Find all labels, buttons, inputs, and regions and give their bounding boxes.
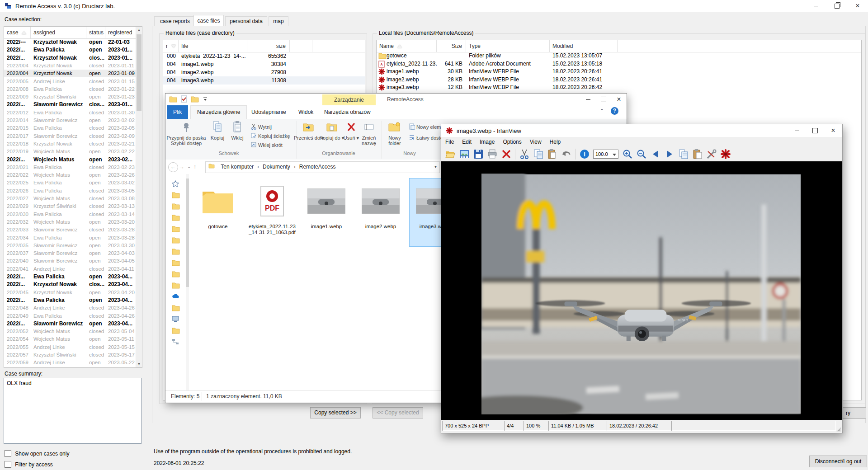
col-type[interactable]: Type bbox=[466, 40, 550, 52]
menu-help[interactable]: Help bbox=[546, 137, 565, 147]
col-registered[interactable]: registered bbox=[105, 27, 136, 38]
new-folder-label-1[interactable]: Nowy bbox=[384, 135, 405, 141]
tab-map[interactable]: map bbox=[269, 16, 288, 26]
info-icon[interactable]: i bbox=[579, 149, 590, 160]
copy-to-icon[interactable] bbox=[326, 122, 338, 132]
paste-clip-icon[interactable] bbox=[692, 149, 703, 160]
menu-edit[interactable]: Edit bbox=[458, 137, 476, 147]
file-item-image2-webp[interactable]: image2.webp bbox=[355, 179, 406, 246]
folder-icon[interactable] bbox=[169, 96, 177, 103]
rename-label-1[interactable]: Zmień bbox=[359, 135, 379, 141]
scroll-up-icon[interactable]: ▲ bbox=[136, 27, 142, 33]
case-row[interactable]: 2022/022Wojciech Matusopen2023-02-26 bbox=[4, 171, 136, 179]
copy-to-remote-button[interactable]: << Copy selected bbox=[373, 407, 423, 418]
file-item-gotowce[interactable]: gotowce bbox=[193, 179, 243, 246]
delete-icon[interactable] bbox=[346, 122, 356, 132]
tab-narzedzia-obrazow[interactable]: Narzędzia obrazów bbox=[318, 105, 377, 119]
col-size[interactable]: size bbox=[247, 40, 290, 52]
col-file[interactable]: file bbox=[179, 40, 247, 52]
tab-widok[interactable]: Widok bbox=[292, 105, 320, 119]
case-row[interactable]: 2022/045Krzysztof Nowakopen2023-04-20 bbox=[4, 289, 136, 296]
remote-file-row[interactable]: 004image1.webp30384 bbox=[163, 60, 365, 68]
case-row[interactable]: 2022/...Wojciech Matusopen2023-02... bbox=[4, 156, 136, 164]
new-folder-label-2[interactable]: folder bbox=[384, 141, 405, 146]
case-row[interactable]: 2022/033Sławomir Borewiczclosed2023-03-2… bbox=[4, 226, 136, 234]
file-item-image1-webp[interactable]: image1.webp bbox=[301, 179, 352, 246]
tab-case-reports[interactable]: case reports bbox=[154, 16, 196, 26]
folder-icon[interactable] bbox=[172, 327, 180, 334]
case-summary-box[interactable]: OLX fraud bbox=[4, 378, 142, 444]
case-row[interactable]: 2022/004Krzysztof Nowakclosed2023-01-11 bbox=[4, 62, 136, 70]
case-row[interactable]: 2022/012Ewa Palickaclosed2023-01-30 bbox=[4, 109, 136, 117]
local-file-row[interactable]: gotowceFolder plików15.02.2023 13:05:07 bbox=[377, 52, 861, 60]
paste-label[interactable]: Wklej bbox=[227, 135, 247, 141]
tab-case-files[interactable]: case files bbox=[193, 15, 224, 26]
case-row[interactable]: 2022/---Krzysztof Nowakopen22-01-03 bbox=[4, 38, 136, 46]
rename-label-2[interactable]: nazwę bbox=[359, 141, 379, 146]
ribbon-collapse-icon[interactable]: ⌃ bbox=[600, 108, 604, 114]
case-row[interactable]: 2022/040Sławomir Borewiczopen2023-04-05 bbox=[4, 257, 136, 265]
case-row[interactable]: 2022/018Krzysztof Nowakclosed2023-02-21 bbox=[4, 140, 136, 148]
address-box[interactable]: Ten komputer›Dokumenty›RemoteAccess ▾ bbox=[205, 161, 440, 173]
file-item-etykieta-2022-11-23-14-31-21-1063-pdf[interactable]: PDFetykieta_2022-11-23_14-31-21_1063.pdf bbox=[247, 179, 297, 246]
case-table[interactable]: case assigned status registered 2022/---… bbox=[4, 26, 142, 368]
navigation-pane[interactable] bbox=[165, 174, 186, 391]
tab-personal-data[interactable]: personal data bbox=[225, 16, 267, 26]
menu-options[interactable]: Options bbox=[499, 137, 525, 147]
col-r[interactable]: r bbox=[163, 40, 179, 52]
case-row[interactable]: 2022/027Wojciech Matusclosed2023-03-08 bbox=[4, 195, 136, 202]
this-pc-icon[interactable] bbox=[172, 316, 179, 322]
zoom-in-icon[interactable] bbox=[622, 149, 633, 160]
copy-to-local-button[interactable]: Copy selected >> bbox=[310, 407, 361, 418]
folder-icon[interactable] bbox=[172, 214, 180, 221]
paste-icon[interactable] bbox=[547, 149, 558, 160]
case-row[interactable]: 2022/029Krzysztof Śliwińskiclosed2023-03… bbox=[4, 202, 136, 210]
case-row[interactable]: 2022/032Wojciech Matusopen2023-03-20 bbox=[4, 218, 136, 226]
disconnect-button[interactable]: Disconnect/Log out bbox=[809, 456, 867, 467]
delete-icon[interactable] bbox=[501, 149, 512, 160]
contextual-tab-manage[interactable]: Zarządzanie bbox=[322, 94, 376, 105]
recent-dropdown-icon[interactable]: ⌄ bbox=[187, 162, 191, 171]
onedrive-icon[interactable] bbox=[172, 293, 180, 299]
case-row[interactable]: 2022/004Krzysztof Nowakopen2023-01-09 bbox=[4, 70, 136, 77]
show-open-cases-checkbox[interactable]: Show open cases only bbox=[5, 450, 69, 458]
quick-access-star-icon[interactable] bbox=[172, 180, 179, 188]
breadcrumb-chevron-icon[interactable]: › bbox=[256, 162, 260, 172]
case-table-header[interactable]: case assigned status registered bbox=[4, 27, 142, 39]
case-row[interactable]: 2022/037Sławomir Borewiczopen2023-04-03 bbox=[4, 249, 136, 257]
case-row[interactable]: 2022/049Ewa Palickaclosed2023-04-26 bbox=[4, 312, 136, 320]
exit-flower-icon[interactable] bbox=[720, 149, 731, 160]
paste-shortcut-button[interactable]: Wklej skrót bbox=[250, 141, 283, 148]
main-close-button[interactable]: × bbox=[847, 0, 868, 12]
irfanview-minimize-button[interactable] bbox=[788, 124, 806, 137]
image-viewport[interactable]: MINI 2 bbox=[441, 161, 842, 420]
breadcrumb-segment[interactable]: RemoteAccess bbox=[297, 162, 339, 172]
case-row[interactable]: 2022/015Ewa Palickaclosed2023-02-05 bbox=[4, 124, 136, 132]
cut-icon[interactable] bbox=[519, 149, 530, 160]
case-row[interactable]: 2022/019Wojciech Matusopen2023-02-22 bbox=[4, 148, 136, 155]
thumbnails-icon[interactable] bbox=[459, 149, 470, 160]
col-modified[interactable]: Modified bbox=[550, 40, 618, 52]
case-row[interactable]: 2022/035Sławomir Borewiczopen2023-03-30 bbox=[4, 242, 136, 249]
new-folder-icon[interactable] bbox=[388, 122, 401, 132]
case-row[interactable]: 2022/...Krzysztof Nowakopen2023-05... bbox=[4, 367, 136, 367]
checkbox-icon[interactable] bbox=[5, 450, 11, 457]
breadcrumb-segment[interactable]: Ten komputer bbox=[218, 162, 256, 172]
folder-icon[interactable] bbox=[172, 259, 180, 266]
col-name[interactable]: Name bbox=[377, 40, 437, 52]
explorer-close-button[interactable]: × bbox=[611, 94, 627, 105]
prev-icon[interactable] bbox=[650, 149, 661, 160]
case-row[interactable]: 2022/...Ewa Palickaopen2023-04... bbox=[4, 296, 136, 304]
up-icon[interactable]: ↑ bbox=[193, 162, 196, 171]
qat-dropdown-icon[interactable] bbox=[203, 96, 208, 102]
scrollbar-thumb[interactable] bbox=[137, 34, 142, 111]
main-minimize-button[interactable] bbox=[806, 0, 826, 12]
zoom-level-combobox[interactable]: 100.0 bbox=[593, 150, 618, 159]
resize-grip-icon[interactable] bbox=[836, 427, 841, 432]
col-size[interactable]: Size bbox=[437, 40, 466, 52]
case-row[interactable]: 2022/009Krzysztof Śliwińskiopen2023-01-2… bbox=[4, 93, 136, 101]
paste-icon[interactable] bbox=[232, 121, 243, 133]
case-row[interactable]: 2022/...Ewa Palickaopen2023-04... bbox=[4, 273, 136, 281]
local-file-row[interactable]: image1.webp30 KBIrfanView WEBP File18.02… bbox=[377, 68, 861, 76]
copy-icon[interactable] bbox=[533, 149, 544, 160]
